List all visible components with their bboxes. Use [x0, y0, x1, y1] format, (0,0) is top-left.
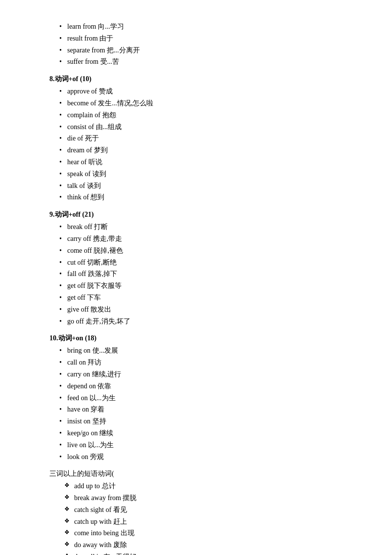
list-item: get off 脱下衣服等: [59, 280, 352, 292]
list-item: come into being 出现: [64, 527, 352, 539]
list-item: keep/go on 继续: [59, 427, 352, 439]
list-item: become of 发生...情况,怎么啦: [59, 97, 352, 109]
list-item: look on 旁观: [59, 451, 352, 463]
three-word-header: 三词以上的短语动词(: [49, 469, 352, 478]
list-item: approve of 赞成: [59, 86, 352, 97]
list-item: call on 拜访: [59, 357, 352, 369]
list-item: die of 死于: [59, 133, 352, 144]
list-item: complain of 抱怨: [59, 109, 352, 121]
section10-header: 10.动词+on (18): [49, 334, 352, 343]
section9-header: 9.动词+off (21): [49, 210, 352, 219]
list-item: talk of 谈到: [59, 180, 352, 192]
list-item: insist on 坚持: [59, 416, 352, 427]
list-item: break away from 摆脱: [64, 492, 352, 504]
list-item: consist of 由...组成: [59, 121, 352, 133]
list-item: catch up with 赶上: [64, 516, 352, 528]
list-item: live on 以...为生: [59, 439, 352, 451]
list-item: speak of 读到: [59, 168, 352, 180]
list-item: come off 脱掉,褪色: [59, 245, 352, 257]
section8-header: 8.动词+of (10): [49, 75, 352, 84]
list-item: do away with 废除: [64, 539, 352, 551]
section9-list: break off 打断 carry off 携走,带走 come off 脱掉…: [49, 221, 352, 327]
list-item: result from 由于: [59, 33, 352, 45]
three-word-list: add up to 总计 break away from 摆脱 catch si…: [49, 480, 352, 555]
list-item: cut off 切断,断绝: [59, 257, 352, 269]
section8-list: approve of 赞成 become of 发生...情况,怎么啦 comp…: [49, 86, 352, 203]
list-item: think of 想到: [59, 191, 352, 203]
list-item: fall off 跌落,掉下: [59, 268, 352, 280]
list-item: suffer from 受...苦: [59, 56, 352, 68]
list-item: give off 散发出: [59, 304, 352, 316]
list-item: separate from 把...分离开: [59, 45, 352, 56]
list-item: catch sight of 看见: [64, 504, 352, 516]
list-item: carry off 携走,带走: [59, 233, 352, 245]
list-item: go off 走开,消失,坏了: [59, 316, 352, 327]
list-item: depend on 依靠: [59, 380, 352, 392]
list-item: carry on 继续,进行: [59, 369, 352, 380]
list-item: feed on 以...为生: [59, 392, 352, 404]
section10-list: bring on 使...发展 call on 拜访 carry on 继续,进…: [49, 345, 352, 462]
list-item: bring on 使...发展: [59, 345, 352, 357]
list-item: break off 打断: [59, 221, 352, 233]
list-item: do well in 在...干得好: [64, 551, 352, 555]
list-item: get off 下车: [59, 292, 352, 304]
list-item: add up to 总计: [64, 480, 352, 492]
list-item: hear of 听说: [59, 156, 352, 168]
list-item: learn from 向...学习: [59, 21, 352, 33]
list-item: dream of 梦到: [59, 144, 352, 156]
list-item: have on 穿着: [59, 404, 352, 416]
from-bullets-list: learn from 向...学习 result from 由于 separat…: [49, 21, 352, 68]
